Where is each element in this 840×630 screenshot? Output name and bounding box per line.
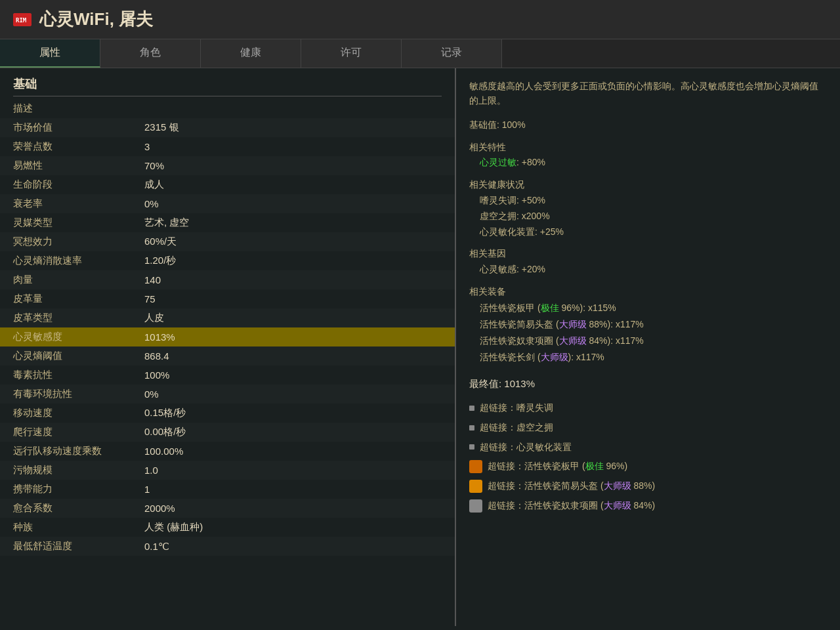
tab-records[interactable]: 记录	[402, 39, 502, 68]
trait-item-1: 心灵过敏: +80%	[469, 155, 827, 171]
stat-label: 污物规模	[13, 464, 144, 476]
health-section: 相关健康状况 嗜灵失调: +50% 虚空之拥: x200% 心灵敏化装置: +2…	[469, 177, 827, 240]
hyperlink-2[interactable]: 超链接：虚空之拥	[469, 418, 827, 438]
stat-label: 毒素抗性	[13, 369, 144, 381]
hyperlink-icon-4	[469, 460, 482, 473]
stat-row: 肉量140	[0, 270, 455, 289]
section-title: 基础	[0, 68, 455, 96]
stat-row: 种族人类 (赫血种)	[0, 518, 455, 537]
stat-value: 0%	[144, 388, 442, 400]
stat-label: 灵媒类型	[13, 217, 144, 229]
stat-value: 成人	[144, 178, 442, 191]
traits-label: 相关特性	[469, 140, 827, 156]
stats-list: 描述市场价值2315 银荣誉点数3易燃性70%生命阶段成人衰老率0%灵媒类型艺术…	[0, 99, 455, 556]
hyperlink-dot-2	[469, 425, 474, 430]
hyperlink-label-4: 超链接：活性铁瓷板甲 (极佳 96%)	[488, 459, 627, 474]
stat-row: 有毒环境抗性0%	[0, 385, 455, 404]
hyperlink-dot-3	[469, 444, 474, 450]
stat-value: 0.00格/秒	[144, 426, 442, 438]
hyperlink-3[interactable]: 超链接：心灵敏化装置	[469, 438, 827, 457]
equip-item-3: 活性铁瓷奴隶项圈 (大师级 84%): x117%	[469, 333, 827, 349]
health-label: 相关健康状况	[469, 177, 827, 193]
stat-value: 0.15格/秒	[144, 407, 442, 419]
stat-label: 肉量	[13, 274, 144, 286]
stat-row: 生命阶段成人	[0, 175, 455, 194]
hyperlink-label-6: 超链接：活性铁瓷奴隶项圈 (大师级 84%)	[488, 498, 655, 514]
stat-row: 最低舒适温度0.1℃	[0, 537, 455, 556]
description-text: 敏感度越高的人会受到更多正面或负面的心情影响。高心灵敏感度也会增加心灵熵阈值的上…	[469, 79, 827, 108]
stat-label: 远行队移动速度乘数	[13, 445, 144, 457]
stat-value: 100.00%	[144, 446, 442, 457]
tab-bar: 属性 角色 健康 许可 记录	[0, 39, 840, 68]
stat-value: 0.1℃	[144, 541, 442, 553]
equip-item-1: 活性铁瓷板甲 (极佳 96%): x115%	[469, 300, 827, 316]
stat-row: 心灵敏感度1013%	[0, 327, 455, 346]
stat-value: 60%/天	[144, 236, 442, 248]
hyperlink-4[interactable]: 超链接：活性铁瓷板甲 (极佳 96%)	[469, 457, 827, 476]
stat-row: 爬行速度0.00格/秒	[0, 423, 455, 442]
stat-value: 2315 银	[144, 121, 442, 134]
stat-label: 荣誉点数	[13, 140, 144, 153]
stat-value: 2000%	[144, 503, 442, 514]
section-divider	[13, 96, 442, 96]
stat-value: 1013%	[144, 331, 442, 343]
stat-value: 868.4	[144, 350, 442, 362]
stat-value: 1.20/秒	[144, 255, 442, 267]
stat-label: 携带能力	[13, 483, 144, 495]
hyperlink-label-1: 超链接：嗜灵失调	[480, 400, 553, 416]
tab-attributes[interactable]: 属性	[0, 39, 100, 68]
stat-row: 市场价值2315 银	[0, 118, 455, 137]
stat-row: 污物规模1.0	[0, 461, 455, 480]
svg-text:RIM: RIM	[16, 17, 27, 24]
stat-label: 移动速度	[13, 407, 144, 419]
tab-health[interactable]: 健康	[201, 39, 301, 68]
factors-section: 相关基因 心灵敏感: +20%	[469, 246, 827, 278]
hyperlink-icon-5	[469, 480, 482, 493]
stat-label: 最低舒适温度	[13, 540, 144, 553]
stat-value: 3	[144, 141, 442, 152]
hyperlink-1[interactable]: 超链接：嗜灵失调	[469, 398, 827, 418]
hyperlink-label-3: 超链接：心灵敏化装置	[480, 440, 572, 455]
hyperlink-label-5: 超链接：活性铁瓷简易头盔 (大师级 88%)	[488, 478, 655, 494]
stat-row: 心灵熵阈值868.4	[0, 346, 455, 366]
tab-license[interactable]: 许可	[301, 39, 402, 68]
stat-row: 荣誉点数3	[0, 137, 455, 156]
health-item-3: 心灵敏化装置: +25%	[469, 224, 827, 240]
stat-row: 携带能力1	[0, 480, 455, 499]
stat-value: 70%	[144, 160, 442, 171]
stat-value: 1	[144, 484, 442, 495]
stat-row: 易燃性70%	[0, 156, 455, 175]
equip-item-2: 活性铁瓷简易头盔 (大师级 88%): x117%	[469, 316, 827, 333]
base-value-section: 基础值: 100%	[469, 117, 827, 133]
stat-label: 衰老率	[13, 198, 144, 210]
factors-label: 相关基因	[469, 246, 827, 262]
hyperlink-label-2: 超链接：虚空之拥	[480, 420, 553, 436]
health-item-2: 虚空之拥: x200%	[469, 209, 827, 224]
stat-row: 远行队移动速度乘数100.00%	[0, 442, 455, 461]
stat-value: 人类 (赫血种)	[144, 521, 442, 534]
stat-label: 心灵熵消散速率	[13, 255, 144, 267]
stat-row: 毒素抗性100%	[0, 366, 455, 385]
stat-label: 描述	[13, 102, 144, 115]
hyperlink-dot-1	[469, 406, 474, 411]
trait-name: 心灵过敏	[480, 157, 516, 167]
stat-row: 描述	[0, 99, 455, 118]
tab-character[interactable]: 角色	[100, 39, 201, 68]
stat-label: 心灵敏感度	[13, 331, 144, 343]
stat-label: 爬行速度	[13, 426, 144, 438]
left-stats-panel: 基础 描述市场价值2315 银荣誉点数3易燃性70%生命阶段成人衰老率0%灵媒类…	[0, 68, 456, 626]
right-detail-panel: 敏感度越高的人会受到更多正面或负面的心情影响。高心灵敏感度也会增加心灵熵阈值的上…	[456, 68, 840, 626]
stat-row: 心灵熵消散速率1.20/秒	[0, 251, 455, 270]
hyperlink-section: 超链接：嗜灵失调 超链接：虚空之拥 超链接：心灵敏化装置 超链接：活性铁瓷板甲 …	[469, 398, 827, 516]
hyperlink-icon-6	[469, 499, 482, 513]
hyperlink-6[interactable]: 超链接：活性铁瓷奴隶项圈 (大师级 84%)	[469, 496, 827, 516]
hyperlink-5[interactable]: 超链接：活性铁瓷简易头盔 (大师级 88%)	[469, 476, 827, 496]
equip-item-4: 活性铁瓷长剑 (大师级): x117%	[469, 349, 827, 366]
stat-label: 市场价值	[13, 121, 144, 134]
base-value-label: 基础值: 100%	[469, 119, 526, 130]
stat-label: 有毒环境抗性	[13, 388, 144, 400]
main-content: 基础 描述市场价值2315 银荣誉点数3易燃性70%生命阶段成人衰老率0%灵媒类…	[0, 68, 840, 626]
traits-section: 相关特性 心灵过敏: +80%	[469, 140, 827, 171]
stat-value: 人皮	[144, 312, 442, 324]
stat-value: 75	[144, 293, 442, 304]
